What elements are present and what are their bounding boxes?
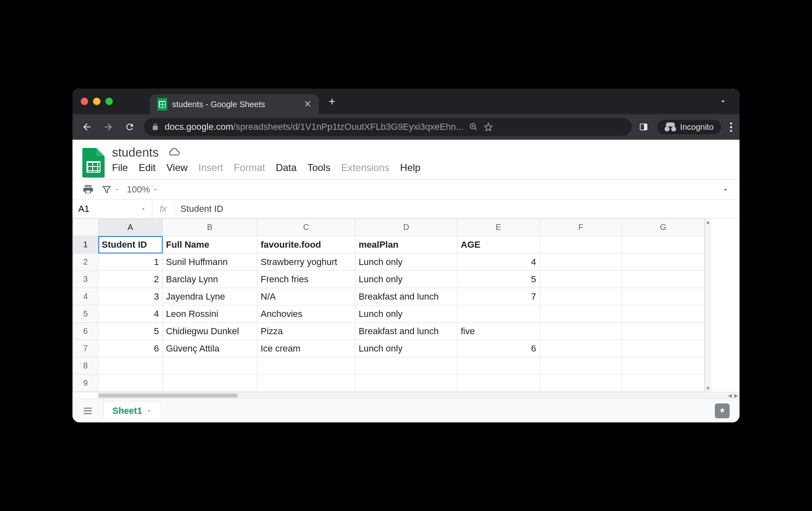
column-header-B[interactable]: B [163, 219, 257, 236]
cell-C2[interactable]: Strawberry yoghurt [257, 253, 355, 271]
reload-button[interactable] [123, 120, 137, 134]
cell-D4[interactable]: Breakfast and lunch [355, 288, 457, 305]
row-header-7[interactable]: 7 [73, 340, 98, 357]
cell-E6[interactable]: five [457, 323, 540, 340]
cell-B9[interactable] [163, 375, 257, 392]
browser-tab[interactable]: students - Google Sheets ✕ [150, 94, 319, 114]
cell-A4[interactable]: 3 [98, 288, 163, 305]
cell-C3[interactable]: French fries [257, 271, 355, 288]
select-all-cell[interactable] [73, 219, 98, 236]
horizontal-scrollbar[interactable]: ◀▶ [98, 392, 740, 398]
cell-E1[interactable]: AGE [457, 236, 540, 253]
cell-G6[interactable] [622, 323, 705, 340]
row-header-1[interactable]: 1 [73, 236, 98, 253]
cell-D5[interactable]: Lunch only [355, 305, 457, 323]
column-header-D[interactable]: D [355, 219, 457, 236]
cell-E2[interactable]: 4 [457, 253, 540, 271]
column-header-F[interactable]: F [540, 219, 622, 236]
cell-E9[interactable] [457, 375, 540, 392]
sheets-logo-icon[interactable] [82, 148, 105, 178]
scroll-left-icon[interactable]: ◀ [728, 393, 732, 398]
cell-E5[interactable] [457, 305, 540, 323]
cell-D3[interactable]: Lunch only [355, 271, 457, 288]
column-header-A[interactable]: A [98, 219, 163, 236]
spreadsheet-grid[interactable]: ABCDEFG1Student IDFull Namefavourite.foo… [72, 218, 705, 392]
side-panel-icon[interactable] [639, 122, 648, 131]
cell-G8[interactable] [622, 357, 705, 375]
zoom-icon[interactable] [469, 122, 478, 131]
cell-B8[interactable] [163, 357, 257, 375]
minimize-window-button[interactable] [93, 98, 100, 105]
column-header-G[interactable]: G [622, 219, 705, 236]
cell-D1[interactable]: mealPlan [355, 236, 457, 253]
menu-help[interactable]: Help [400, 162, 420, 173]
name-box[interactable]: A1 [72, 200, 152, 218]
cell-A5[interactable]: 4 [98, 305, 163, 323]
vertical-scrollbar[interactable]: ▲ ▼ [705, 218, 711, 392]
tabs-dropdown-button[interactable] [719, 97, 727, 105]
cell-G5[interactable] [622, 305, 705, 323]
cell-F1[interactable] [540, 236, 622, 253]
cell-E7[interactable]: 6 [457, 340, 540, 357]
cell-F8[interactable] [540, 357, 622, 375]
cell-G9[interactable] [622, 375, 705, 392]
filter-button[interactable] [101, 184, 119, 195]
cell-A6[interactable]: 5 [98, 323, 163, 340]
cell-B4[interactable]: Jayendra Lyne [163, 288, 257, 305]
cell-A8[interactable] [98, 357, 163, 375]
maximize-window-button[interactable] [105, 98, 113, 105]
row-header-6[interactable]: 6 [73, 323, 98, 340]
cell-E8[interactable] [457, 357, 540, 375]
cell-B2[interactable]: Sunil Huffmann [163, 253, 257, 271]
cell-D7[interactable]: Lunch only [355, 340, 457, 357]
row-header-2[interactable]: 2 [73, 253, 98, 271]
all-sheets-button[interactable] [82, 406, 93, 416]
cell-F2[interactable] [540, 253, 622, 271]
collapse-toolbar-button[interactable] [721, 185, 730, 194]
cell-C7[interactable]: Ice cream [257, 340, 355, 357]
cell-G2[interactable] [622, 253, 705, 271]
menu-extensions[interactable]: Extensions [341, 162, 389, 173]
cell-A2[interactable]: 1 [98, 253, 163, 271]
menu-file[interactable]: File [112, 162, 128, 173]
cell-D8[interactable] [355, 357, 457, 375]
cell-G4[interactable] [622, 288, 705, 305]
cell-D6[interactable]: Breakfast and lunch [355, 323, 457, 340]
row-header-8[interactable]: 8 [73, 357, 98, 375]
menu-data[interactable]: Data [276, 162, 297, 173]
column-header-E[interactable]: E [457, 219, 540, 236]
cell-C4[interactable]: N/A [257, 288, 355, 305]
row-header-5[interactable]: 5 [73, 305, 98, 323]
cell-F5[interactable] [540, 305, 622, 323]
cell-F4[interactable] [540, 288, 622, 305]
cell-E4[interactable]: 7 [457, 288, 540, 305]
cell-F9[interactable] [540, 375, 622, 392]
cell-G1[interactable] [622, 236, 705, 253]
cell-B5[interactable]: Leon Rossini [163, 305, 257, 323]
row-header-3[interactable]: 3 [73, 271, 98, 288]
zoom-dropdown[interactable]: 100% [127, 184, 158, 195]
cell-F3[interactable] [540, 271, 622, 288]
scroll-right-icon[interactable]: ▶ [734, 393, 738, 398]
cell-A1[interactable]: Student ID [98, 236, 163, 253]
browser-menu-button[interactable] [730, 122, 732, 132]
cell-B7[interactable]: Güvenç Attila [163, 340, 257, 357]
cell-C1[interactable]: favourite.food [257, 236, 355, 253]
url-field[interactable]: docs.google.com/spreadsheets/d/1V1nPp1tz… [144, 118, 632, 136]
cell-G7[interactable] [622, 340, 705, 357]
column-header-C[interactable]: C [257, 219, 355, 236]
cell-D9[interactable] [355, 375, 457, 392]
cell-B1[interactable]: Full Name [163, 236, 257, 253]
cell-G3[interactable] [622, 271, 705, 288]
scroll-up-icon[interactable]: ▲ [705, 219, 711, 225]
menu-insert[interactable]: Insert [198, 162, 223, 173]
cell-F6[interactable] [540, 323, 622, 340]
row-header-4[interactable]: 4 [73, 288, 98, 305]
menu-edit[interactable]: Edit [139, 162, 156, 173]
new-tab-button[interactable]: + [329, 95, 335, 108]
back-button[interactable] [80, 120, 94, 134]
cell-C6[interactable]: Pizza [257, 323, 355, 340]
sheet-tab-active[interactable]: Sheet1 [103, 401, 161, 420]
star-icon[interactable] [484, 122, 493, 131]
incognito-badge[interactable]: Incognito [657, 120, 721, 134]
